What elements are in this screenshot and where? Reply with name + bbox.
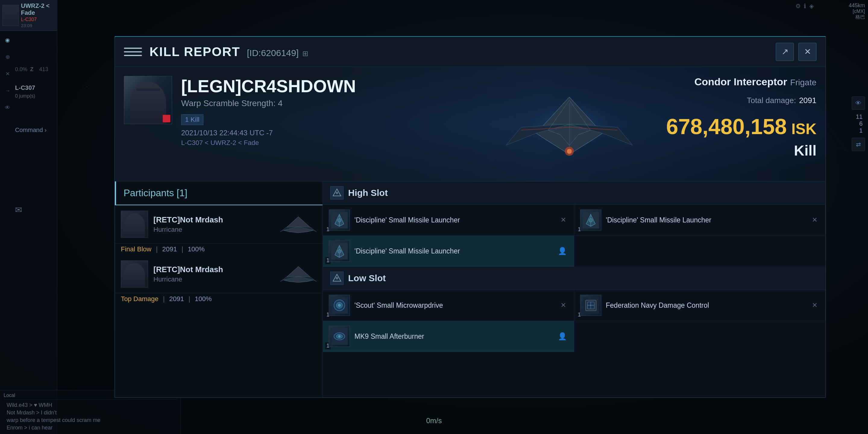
right-hud-icons: 👁 11 6 1 ⇄ — [852, 96, 865, 151]
player-avatar — [2, 5, 19, 26]
top-right-icons: ⚙ ℹ ◈ — [795, 2, 814, 10]
participant-avatar-2 — [121, 260, 148, 287]
jumps-label: 0 jump(s) — [15, 93, 35, 99]
hud-top-right: 445km [cMX] 格巴 — [849, 2, 865, 21]
speed-display: 0m/s — [426, 416, 442, 425]
low-slot-item-close-2[interactable]: ✕ — [810, 301, 819, 310]
sidebar: UWRZ-2 < Fade L-C307 23:09 ◉ ⊕ ✕ → 👁 0.0… — [0, 0, 57, 434]
eye-icon[interactable]: 👁 — [2, 102, 13, 113]
svg-point-35 — [336, 277, 338, 279]
low-slot-item-3[interactable]: 1 MK9 Small Afterburner 👤 — [323, 321, 574, 352]
participant-item-1[interactable]: [RETC]Not Mrdash Hurricane — [115, 205, 322, 244]
high-slot-item-name-3: 'Discipline' Small Missile Launcher — [354, 246, 557, 256]
export-button[interactable]: ↗ — [776, 43, 794, 61]
panel-actions: ↗ ✕ — [776, 43, 816, 61]
blow-type-1: Final Blow — [121, 245, 151, 253]
high-slot-item-2[interactable]: 1 'Discipline' Small Missile Launcher ✕ — [574, 205, 826, 236]
blow-type-2: Top Damage — [121, 295, 158, 303]
nav-percentage: 0.0% — [15, 66, 27, 73]
location-code-sidebar: L-C307 — [15, 84, 35, 91]
victim-warp-scramble: Warp Scramble Strength: 4 — [181, 98, 816, 108]
high-slot-icon — [330, 186, 344, 199]
svg-point-48 — [338, 335, 341, 338]
high-slot-item-name-1: 'Discipline' Small Missile Launcher — [354, 215, 559, 225]
damage-2: 2091 — [169, 295, 184, 303]
menu-button[interactable] — [124, 43, 142, 61]
participant-info-1: [RETC]Not Mrdash Hurricane — [153, 215, 280, 234]
damage-1: 2091 — [162, 245, 177, 253]
high-slot-item-3[interactable]: 1 'Discipline' Small Missile Launcher 👤 — [323, 236, 574, 267]
slots-panel: High Slot 1 — [323, 181, 826, 398]
low-slot-icon — [330, 272, 344, 285]
high-slot-item-1[interactable]: 1 'Discipline' Small Missile Launcher ✕ — [323, 205, 574, 236]
svg-point-21 — [336, 192, 338, 194]
high-slot-grid: 1 'Discipline' Small Missile Launcher ✕ — [323, 205, 826, 267]
chat-line-1: Wild.e43 > ♥ WMH — [4, 401, 177, 409]
kill-header-content: [LEGN]CR4SHDOWN Warp Scramble Strength: … — [115, 67, 826, 181]
participant-stats-1: Final Blow | 2091 | 100% — [115, 244, 322, 255]
hud-num: 413 — [39, 66, 48, 73]
participant-ship-img-1 — [280, 215, 316, 233]
crosshair-icon[interactable]: ⊕ — [2, 52, 13, 62]
high-slot-item-close-1[interactable]: ✕ — [559, 216, 568, 224]
player-signal: UWRZ-2 < Fade — [21, 2, 55, 16]
svg-point-29 — [589, 218, 592, 222]
participants-title: Participants [1] — [115, 181, 322, 205]
svg-marker-17 — [283, 267, 313, 282]
info-icon[interactable]: ℹ — [804, 2, 806, 10]
low-slot-item-icon-1 — [329, 295, 350, 316]
minimap-icon[interactable]: ◉ — [2, 35, 13, 45]
command-label[interactable]: Command › — [15, 127, 46, 133]
low-slot-item-1[interactable]: 1 'Scout' Small Microwarpdrive ✕ — [323, 290, 574, 321]
low-slot-item-2[interactable]: 1 Federation Navy Damage Control ✕ — [574, 290, 826, 321]
svg-point-25 — [338, 218, 341, 222]
low-slot-item-close-1[interactable]: ✕ — [559, 301, 568, 310]
victim-name: [LEGN]CR4SHDOWN — [181, 76, 816, 96]
high-slot-section: High Slot 1 — [323, 181, 826, 267]
high-slot-item-icon-2 — [580, 210, 601, 230]
low-slot-title: Low Slot — [348, 273, 386, 283]
hud-count-3: 1 — [852, 127, 863, 134]
low-slot-item-name-1: 'Scout' Small Microwarpdrive — [354, 301, 559, 310]
person-icon-low: 👤 — [557, 331, 568, 342]
participant-avatar-1 — [121, 211, 148, 238]
pct-1: 100% — [188, 245, 205, 253]
participant-info-2: [RETC]Not Mrdash Hurricane — [153, 265, 280, 283]
distance-indicator: 445km [cMX] 格巴 — [849, 2, 865, 21]
high-slot-item-icon-3 — [329, 241, 350, 261]
low-slot-item-icon-2 — [580, 295, 601, 316]
sidebar-header: UWRZ-2 < Fade L-C307 23:09 — [0, 0, 57, 31]
swap-icon[interactable]: ⇄ — [852, 138, 865, 151]
settings-icon[interactable]: ⚙ — [795, 2, 801, 10]
low-slot-item-name-3: MK9 Small Afterburner — [354, 332, 557, 341]
chat-line-4: Enrom > i can hear — [4, 424, 177, 432]
high-slot-header: High Slot — [323, 181, 826, 205]
participant-name-1: [RETC]Not Mrdash — [153, 215, 280, 224]
network-icon: ◈ — [809, 2, 814, 10]
close-button[interactable]: ✕ — [798, 43, 816, 61]
low-slot-section: Low Slot 1 ' — [323, 267, 826, 352]
participant-item-2[interactable]: [RETC]Not Mrdash Hurricane — [115, 255, 322, 293]
route-icon[interactable]: → — [2, 85, 13, 96]
avatar-badge — [163, 115, 170, 122]
mail-icon[interactable]: ✉ — [15, 205, 22, 215]
copy-icon[interactable]: ⊞ — [302, 50, 308, 58]
target-icon[interactable]: ✕ — [2, 68, 13, 79]
high-slot-item-close-2[interactable]: ✕ — [810, 216, 819, 224]
low-slot-item-name-2: Federation Navy Damage Control — [606, 301, 810, 310]
eye-hud-icon[interactable]: 👁 — [852, 96, 865, 110]
kill-header: [LEGN]CR4SHDOWN Warp Scramble Strength: … — [115, 67, 826, 181]
participants-panel: Participants [1] [RETC]Not Mrdash Hurric… — [115, 181, 323, 398]
kill-count-badge: 1 Kill — [181, 114, 204, 125]
separator-3: | — [163, 295, 165, 303]
panel-title: KILL REPORT — [150, 44, 240, 59]
player-time: 23:09 — [21, 23, 55, 28]
svg-point-33 — [338, 250, 341, 253]
low-slot-header: Low Slot — [323, 267, 826, 290]
panel-id: [ID:6206149] — [247, 48, 299, 58]
hud-count-2: 6 — [852, 120, 863, 127]
hud-count-1: 11 — [852, 113, 863, 120]
player-location: L-C307 — [21, 17, 55, 22]
chat-line-2: Not Mrdash > I didn't — [4, 409, 177, 416]
victim-info: [LEGN]CR4SHDOWN Warp Scramble Strength: … — [181, 76, 816, 172]
